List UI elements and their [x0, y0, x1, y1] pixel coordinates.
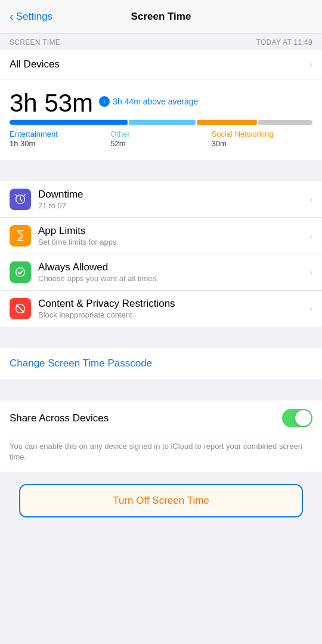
section-gap-4: [0, 472, 322, 484]
content-privacy-subtitle: Block inappropriate content.: [38, 310, 309, 319]
share-label: Share Across Devices: [10, 412, 109, 424]
arrow-up-icon: ↑: [99, 96, 110, 107]
checkmark-svg: [14, 266, 27, 279]
back-button[interactable]: ‹ Settings: [10, 10, 52, 23]
passcode-section: Change Screen Time Passcode: [0, 348, 322, 379]
app-limits-icon: [10, 225, 31, 246]
other-label: Other: [110, 130, 211, 138]
above-average-text: 3h 44m above average: [113, 97, 198, 106]
always-allowed-chevron-icon: ›: [309, 267, 312, 277]
timestamp-label: Today at 11:49: [256, 38, 312, 47]
section-gap-3: [0, 379, 322, 400]
menu-section: Downtime 21 to 07 › App Limits Set time …: [0, 181, 322, 326]
content-privacy-title: Content & Privacy Restrictions: [38, 298, 309, 310]
total-usage-time: 3h 53m: [10, 89, 93, 118]
other-time: 52m: [110, 139, 211, 148]
page-title: Screen Time: [131, 11, 191, 23]
usage-progress-bar: [10, 120, 312, 125]
downtime-icon: [10, 189, 31, 210]
social-label: Social Networking: [212, 130, 312, 138]
app-limits-text: App Limits Set time limits for apps.: [38, 225, 309, 246]
app-limits-subtitle: Set time limits for apps.: [38, 238, 309, 246]
above-average-badge: ↑ 3h 44m above average: [99, 96, 198, 107]
share-description: You can enable this on any device signed…: [10, 436, 312, 472]
section-gap-2: [0, 326, 322, 348]
downtime-svg: [14, 193, 27, 206]
svg-line-3: [17, 305, 24, 312]
always-allowed-icon: [10, 261, 31, 283]
all-devices-row[interactable]: All Devices ›: [0, 50, 322, 79]
usage-section: 3h 53m ↑ 3h 44m above average Entertainm…: [0, 79, 322, 160]
always-allowed-text: Always Allowed Choose apps you want at a…: [38, 261, 309, 283]
share-toggle[interactable]: [282, 409, 312, 427]
entertainment-bar: [10, 120, 128, 125]
other-bar: [129, 120, 196, 125]
restrict-svg: [14, 302, 27, 315]
content-privacy-chevron-icon: ›: [309, 304, 312, 313]
bottom-spacer: [0, 541, 322, 553]
other-category: Other 52m: [110, 130, 211, 148]
turn-off-button-container[interactable]: Turn Off Screen Time: [19, 484, 303, 517]
svg-point-1: [16, 268, 25, 277]
turn-off-button[interactable]: Turn Off Screen Time: [20, 485, 302, 516]
content-privacy-text: Content & Privacy Restrictions Block ina…: [38, 298, 309, 319]
entertainment-label: Entertainment: [10, 130, 110, 138]
toggle-knob: [295, 410, 311, 426]
share-section: Share Across Devices You can enable this…: [0, 400, 322, 472]
downtime-menu-item[interactable]: Downtime 21 to 07 ›: [0, 181, 322, 218]
navigation-bar: ‹ Settings Screen Time: [0, 0, 322, 33]
section-header-label: SCREEN TIME: [10, 38, 60, 47]
other2-bar: [258, 120, 312, 125]
section-gap-1: [0, 160, 322, 181]
downtime-subtitle: 21 to 07: [38, 201, 309, 210]
social-time: 30m: [212, 139, 312, 148]
downtime-title: Downtime: [38, 189, 309, 201]
always-allowed-title: Always Allowed: [38, 261, 309, 273]
hourglass-svg: [14, 229, 27, 242]
turn-off-label: Turn Off Screen Time: [113, 495, 209, 506]
chevron-right-icon: ›: [309, 60, 312, 69]
content-privacy-menu-item[interactable]: Content & Privacy Restrictions Block ina…: [0, 291, 322, 326]
app-limits-menu-item[interactable]: App Limits Set time limits for apps. ›: [0, 218, 322, 254]
back-label: Settings: [16, 11, 52, 23]
app-limits-chevron-icon: ›: [309, 231, 312, 241]
app-limits-title: App Limits: [38, 225, 309, 237]
entertainment-category: Entertainment 1h 30m: [10, 130, 110, 148]
always-allowed-subtitle: Choose apps you want at all times.: [38, 274, 309, 283]
change-passcode-link[interactable]: Change Screen Time Passcode: [10, 358, 152, 369]
screen-time-section-header: SCREEN TIME Today at 11:49: [0, 33, 322, 50]
entertainment-time: 1h 30m: [10, 139, 110, 148]
share-row: Share Across Devices: [10, 400, 312, 436]
downtime-chevron-icon: ›: [309, 195, 312, 204]
turn-off-section: Turn Off Screen Time: [0, 484, 322, 541]
back-chevron-icon: ‹: [10, 10, 14, 23]
usage-categories: Entertainment 1h 30m Other 52m Social Ne…: [10, 130, 312, 148]
downtime-text: Downtime 21 to 07: [38, 189, 309, 210]
social-bar: [197, 120, 258, 125]
social-category: Social Networking 30m: [212, 130, 312, 148]
all-devices-label: All Devices: [10, 58, 60, 70]
always-allowed-menu-item[interactable]: Always Allowed Choose apps you want at a…: [0, 254, 322, 291]
content-privacy-icon: [10, 298, 31, 319]
